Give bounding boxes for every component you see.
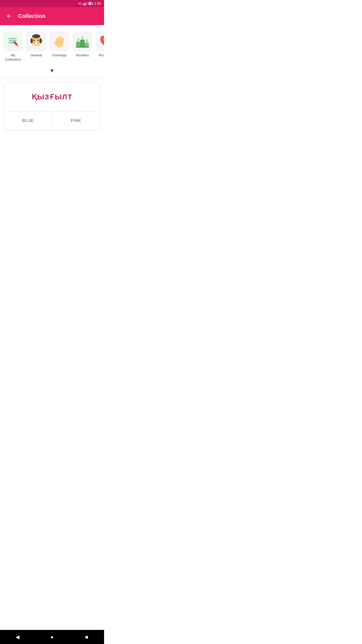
status-time: 1:55 bbox=[94, 2, 101, 6]
romance-icon-wrap bbox=[96, 31, 104, 51]
category-label-general: General bbox=[30, 53, 42, 58]
category-item-greetings[interactable]: Greetings bbox=[48, 30, 70, 59]
svg-rect-35 bbox=[80, 40, 84, 47]
svg-text:2: 2 bbox=[78, 38, 79, 42]
svg-point-27 bbox=[38, 42, 38, 43]
svg-rect-8 bbox=[8, 36, 18, 47]
svg-point-24 bbox=[33, 41, 34, 42]
svg-point-21 bbox=[37, 39, 39, 41]
quiz-answer-blue[interactable]: BLUE bbox=[4, 111, 52, 130]
svg-rect-30 bbox=[58, 37, 60, 43]
my-collections-icon-wrap bbox=[3, 31, 23, 51]
category-item-general[interactable]: General bbox=[25, 30, 47, 59]
svg-point-25 bbox=[34, 42, 35, 43]
category-item-numbers[interactable]: 1 2 3 Numbers bbox=[71, 30, 94, 59]
svg-rect-2 bbox=[85, 2, 86, 5]
app-bar: Collection bbox=[0, 7, 104, 25]
back-button[interactable] bbox=[4, 11, 14, 21]
chevron-down-icon[interactable]: ▼ bbox=[50, 68, 55, 74]
quiz-word: ҚЫЗҒЫЛТ bbox=[32, 93, 72, 101]
svg-rect-3 bbox=[86, 2, 87, 5]
svg-rect-31 bbox=[60, 36, 62, 42]
svg-point-20 bbox=[33, 39, 35, 41]
greetings-icon-wrap bbox=[49, 31, 69, 51]
svg-rect-33 bbox=[62, 38, 64, 43]
category-label-romance: Romance bbox=[99, 53, 104, 58]
svg-rect-5 bbox=[92, 3, 93, 4]
chevron-section[interactable]: ▼ bbox=[0, 66, 104, 78]
svg-rect-41 bbox=[76, 47, 89, 48]
general-icon-wrap bbox=[26, 31, 46, 51]
quiz-card: ҚЫЗҒЫЛТ BLUE PINK bbox=[4, 83, 100, 130]
svg-point-22 bbox=[34, 40, 35, 40]
category-list: My Collections bbox=[2, 30, 102, 63]
app-title: Collection bbox=[18, 13, 46, 19]
category-label-greetings: Greetings bbox=[52, 53, 66, 58]
svg-rect-1 bbox=[84, 3, 85, 5]
svg-point-19 bbox=[39, 38, 42, 43]
category-item-romance[interactable]: Romance bbox=[95, 30, 104, 59]
signal-icon bbox=[83, 2, 87, 5]
status-bar-icons: 4G ⚡ 1:55 bbox=[78, 2, 101, 6]
svg-text:1: 1 bbox=[82, 36, 83, 39]
svg-rect-39 bbox=[84, 43, 88, 47]
svg-rect-37 bbox=[76, 42, 80, 47]
category-label-my-collections: My Collections bbox=[3, 53, 23, 62]
svg-point-18 bbox=[30, 38, 33, 43]
svg-line-15 bbox=[18, 46, 19, 47]
numbers-icon-wrap: 1 2 3 bbox=[72, 31, 93, 51]
svg-text:3: 3 bbox=[86, 39, 87, 43]
svg-rect-0 bbox=[83, 4, 84, 5]
svg-rect-28 bbox=[35, 43, 38, 44]
svg-text:⚡: ⚡ bbox=[89, 3, 91, 5]
section-divider bbox=[0, 78, 104, 78]
svg-point-26 bbox=[39, 41, 39, 42]
svg-point-17 bbox=[32, 34, 40, 38]
quiz-question-area: ҚЫЗҒЫЛТ bbox=[4, 83, 100, 111]
category-section: My Collections bbox=[0, 25, 104, 66]
category-item-my-collections[interactable]: My Collections bbox=[2, 30, 24, 63]
category-label-numbers: Numbers bbox=[76, 53, 89, 58]
quiz-answer-pink[interactable]: PINK bbox=[52, 111, 100, 130]
svg-point-23 bbox=[38, 40, 39, 40]
quiz-answers-area: BLUE PINK bbox=[4, 111, 100, 130]
battery-icon: ⚡ bbox=[88, 2, 93, 5]
network-label: 4G bbox=[78, 2, 82, 5]
page-wrapper: 4G ⚡ 1:55 bbox=[0, 0, 104, 149]
status-bar: 4G ⚡ 1:55 bbox=[0, 0, 104, 7]
